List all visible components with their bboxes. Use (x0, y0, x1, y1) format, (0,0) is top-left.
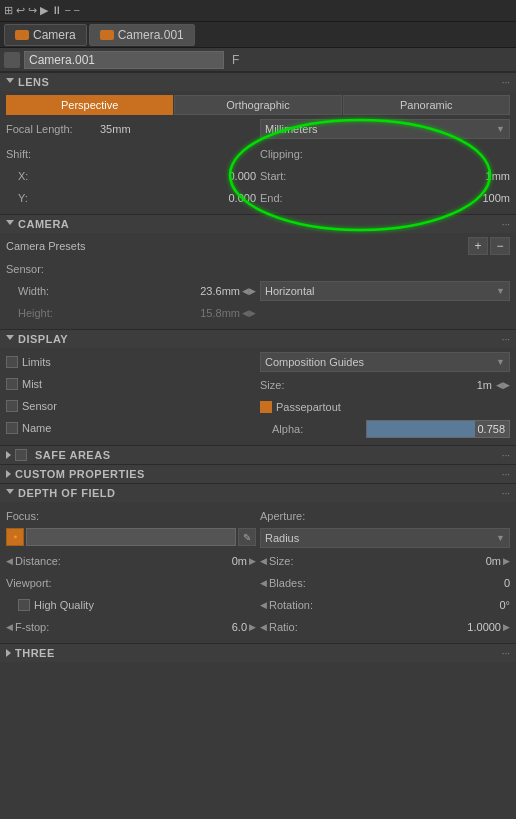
sensor-dims: Width: 23.6mm ◀▶ Height: 15.8mm ◀▶ Horiz… (6, 281, 510, 325)
sensor-type-arrow: ▼ (496, 286, 505, 296)
custom-props-icon (6, 470, 11, 478)
guides-dropdown-wrap: Composition Guides ▼ (260, 352, 510, 372)
viewport-label: Viewport: (6, 577, 96, 589)
name-label: Name (22, 422, 51, 434)
alpha-slider-fill (367, 421, 475, 437)
name-checkbox[interactable] (6, 422, 18, 434)
focus-obj-text[interactable] (26, 528, 236, 546)
fstop-left-arrow: ◀ (6, 622, 13, 632)
focus-obj-icon: 🔸 (6, 528, 24, 546)
limits-label: Limits (22, 356, 51, 368)
radius-dropdown[interactable]: Radius ▼ (260, 528, 510, 548)
start-value: 1mm (486, 170, 510, 182)
three-collapse-icon (6, 649, 11, 657)
object-row: F (0, 48, 516, 72)
camera-content: Camera Presets + − Sensor: Width: 23.6mm… (0, 233, 516, 329)
rotation-left-arrow: ◀ (260, 600, 267, 610)
focus-edit-btn[interactable]: ✎ (238, 528, 256, 546)
shift-y-value: 0.000 (228, 192, 256, 204)
guides-label: Composition Guides (265, 356, 364, 368)
safe-areas-checkbox[interactable] (15, 449, 27, 461)
lens-btn-panoramic[interactable]: Panoramic (343, 95, 510, 115)
camera-collapse-icon (6, 220, 14, 229)
alpha-value: 0.758 (477, 423, 505, 435)
radius-arrow: ▼ (496, 533, 505, 543)
custom-props-dots: ··· (502, 469, 510, 480)
width-arrows: ◀▶ (242, 286, 256, 296)
focus-aperture-cols: Focus: Aperture: (6, 506, 510, 528)
mist-checkbox[interactable] (6, 378, 18, 390)
blades-value: 0 (504, 577, 510, 589)
end-value: 100m (482, 192, 510, 204)
dof-label: Depth of Field (18, 487, 115, 499)
custom-props-header[interactable]: Custom Properties ··· (0, 464, 516, 483)
object-name-input[interactable] (24, 51, 224, 69)
focal-length-value: 35mm (100, 123, 131, 135)
safe-areas-label: Safe Areas (35, 449, 111, 461)
height-label: Height: (6, 307, 96, 319)
name-row: Name (6, 418, 256, 438)
lens-dots: ··· (502, 77, 510, 88)
ratio-row: ◀ Ratio: 1.0000 ▶ (260, 617, 510, 637)
three-dots: ··· (502, 648, 510, 659)
lens-btn-perspective[interactable]: Perspective (6, 95, 173, 115)
display-collapse-icon (6, 335, 14, 344)
three-section-header[interactable]: THREE ··· (0, 643, 516, 662)
lens-btn-orthographic[interactable]: Orthographic (174, 95, 341, 115)
toolbar-icons: ⊞ ↩ ↪ ▶ ⏸ ⎯ ⎯ (4, 4, 80, 17)
fstop-right-arrow: ▶ (249, 622, 256, 632)
tab-camera-001[interactable]: Camera.001 (89, 24, 195, 46)
mist-label: Mist (22, 378, 42, 390)
hq-checkbox[interactable] (18, 599, 30, 611)
sensor-display-checkbox[interactable] (6, 400, 18, 412)
distance-row: ◀ Distance: 0m ▶ (6, 551, 256, 571)
focal-length-row: Focal Length: 35mm Millimeters ▼ (6, 119, 510, 141)
presets-add-btn[interactable]: + (468, 237, 488, 255)
camera-section-header[interactable]: Camera ··· (0, 214, 516, 233)
dof-size-value: 0m (486, 555, 501, 567)
tab-camera[interactable]: Camera (4, 24, 87, 46)
clipping-label: Clipping: (260, 148, 350, 160)
height-arrows: ◀▶ (242, 308, 256, 318)
passepartout-row: Passepartout (260, 397, 510, 417)
dof-content: Focus: Aperture: 🔸 ✎ (0, 502, 516, 643)
guides-dropdown[interactable]: Composition Guides ▼ (260, 352, 510, 372)
focus-input-row: 🔸 ✎ Radius ▼ (6, 528, 510, 548)
lens-label: Lens (18, 76, 49, 88)
sensor-type-dropdown[interactable]: Horizontal ▼ (260, 281, 510, 301)
ratio-label: Ratio: (269, 621, 359, 633)
presets-buttons: + − (468, 237, 510, 255)
display-content: Limits Mist Sensor Name (0, 348, 516, 445)
ratio-left-arrow: ◀ (260, 622, 267, 632)
lens-content: Perspective Orthographic Panoramic Focal… (0, 91, 516, 214)
display-size-label: Size: (260, 379, 350, 391)
dof-dots: ··· (502, 488, 510, 499)
passepartout-label: Passepartout (276, 401, 341, 413)
width-label: Width: (6, 285, 96, 297)
rotation-label: Rotation: (269, 599, 359, 611)
focal-unit-dropdown[interactable]: Millimeters ▼ (260, 119, 510, 139)
tab-row: Camera Camera.001 (0, 22, 516, 48)
lens-section-header[interactable]: Lens ··· (0, 72, 516, 91)
alpha-row: Alpha: 0.758 (260, 419, 510, 439)
safe-areas-header[interactable]: Safe Areas ··· (0, 445, 516, 464)
presets-remove-btn[interactable]: − (490, 237, 510, 255)
properties-panel: Lens ··· Perspective Orthographic Panora… (0, 72, 516, 819)
focal-unit-arrow: ▼ (496, 124, 505, 134)
dof-size-row: ◀ Size: 0m ▶ (260, 551, 510, 571)
mist-row: Mist (6, 374, 256, 394)
height-value: 15.8mm (200, 307, 240, 319)
dof-section-header[interactable]: Depth of Field ··· (0, 483, 516, 502)
passepartout-checkbox[interactable] (260, 401, 272, 413)
fstop-value: 6.0 (232, 621, 247, 633)
sensor-label: Sensor: (6, 263, 96, 275)
display-section-header[interactable]: Display ··· (0, 329, 516, 348)
limits-checkbox[interactable] (6, 356, 18, 368)
shift-x-label: X: (18, 170, 108, 182)
alpha-slider[interactable]: 0.758 (366, 420, 510, 438)
size-arrows: ◀▶ (496, 380, 510, 390)
presets-label: Camera Presets (6, 240, 85, 252)
aperture-label-row: Aperture: (260, 506, 510, 526)
distance-value: 0m (232, 555, 247, 567)
guides-arrow: ▼ (496, 357, 505, 367)
